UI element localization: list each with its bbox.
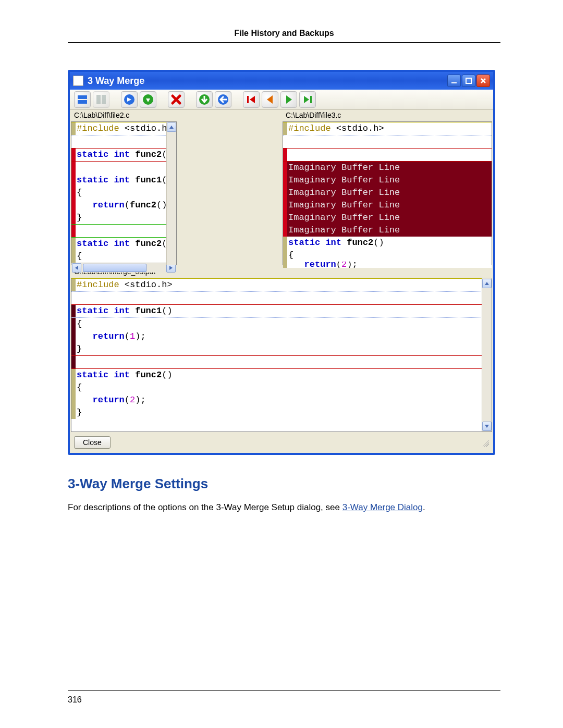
app-window: 3 Way Merge: [68, 70, 495, 455]
layout-vertical-icon[interactable]: [93, 91, 109, 108]
resize-grip-icon[interactable]: [481, 438, 489, 447]
svg-rect-2: [78, 95, 87, 99]
close-button[interactable]: Close: [74, 436, 111, 449]
body-text: For descriptions of the options on the 3…: [68, 502, 342, 512]
accept-down-icon[interactable]: [196, 91, 213, 108]
layout-horizontal-icon[interactable]: [74, 91, 91, 108]
left-hscroll[interactable]: [71, 263, 176, 273]
minimize-button[interactable]: [447, 75, 461, 87]
svg-rect-4: [96, 95, 101, 104]
svg-rect-5: [102, 95, 106, 104]
client-area: C:\Lab\Diff\file2.c #include <stdio.h> s…: [70, 110, 493, 453]
maximize-button[interactable]: [462, 75, 475, 87]
prev-diff-orange-icon[interactable]: [262, 91, 278, 108]
scroll-left-icon[interactable]: [72, 263, 81, 273]
first-diff-icon[interactable]: [243, 91, 260, 108]
scroll-down-icon[interactable]: [482, 422, 492, 431]
accept-left-icon[interactable]: [215, 91, 231, 108]
dialog-bottom-bar: Close: [70, 433, 493, 453]
document-page: File History and Backups 3 Way Merge: [0, 0, 563, 728]
right-pane[interactable]: #include <stdio.h> Imaginary Buffer Line…: [283, 121, 492, 265]
hscroll-thumb[interactable]: [83, 264, 146, 272]
svg-rect-0: [451, 82, 457, 83]
right-path: C:\Lab\Diff\file3.c: [282, 110, 493, 120]
page-header: File History and Backups: [68, 29, 500, 43]
left-pane[interactable]: #include <stdio.h> static int func2(); s…: [71, 121, 177, 265]
svg-rect-10: [247, 96, 249, 103]
last-diff-icon[interactable]: [299, 91, 316, 108]
svg-rect-3: [78, 100, 87, 104]
left-vscroll[interactable]: [166, 122, 176, 265]
body-paragraph: For descriptions of the options on the 3…: [68, 501, 500, 514]
output-vscroll[interactable]: [482, 278, 492, 431]
section-heading: 3-Way Merge Settings: [68, 476, 500, 492]
svg-rect-1: [466, 78, 471, 83]
merge-dialog-link[interactable]: 3-Way Merge Dialog: [342, 502, 423, 512]
remove-diff-icon[interactable]: [168, 91, 185, 108]
window-titlebar[interactable]: 3 Way Merge: [70, 72, 493, 90]
page-footer: 316: [68, 690, 500, 705]
next-diff-icon[interactable]: [121, 91, 138, 108]
body-suffix: .: [423, 502, 425, 512]
svg-rect-11: [310, 96, 312, 103]
window-close-button[interactable]: [476, 75, 490, 87]
scroll-up-icon[interactable]: [482, 279, 492, 288]
left-path: C:\Lab\Diff\file2.c: [70, 110, 282, 120]
prev-diff-icon[interactable]: [140, 91, 156, 108]
window-title: 3 Way Merge: [88, 76, 144, 87]
output-pane[interactable]: #include <stdio.h> static int func1() { …: [71, 278, 492, 432]
app-icon: [73, 76, 83, 86]
next-diff-green-icon[interactable]: [280, 91, 297, 108]
scroll-up-icon[interactable]: [167, 122, 176, 132]
page-number: 316: [68, 695, 82, 704]
toolbar: [70, 90, 493, 110]
